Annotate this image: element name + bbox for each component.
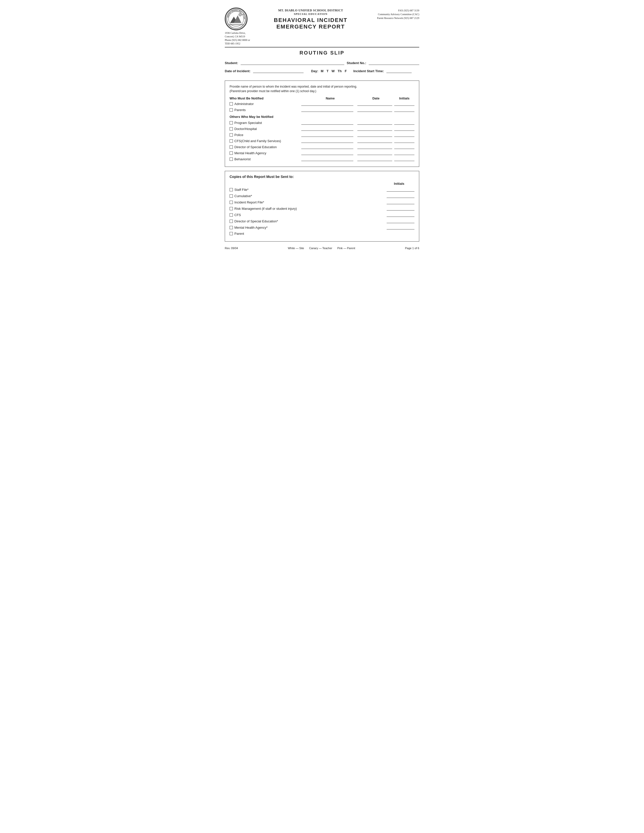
name-administrator[interactable] [301,102,354,106]
copies-row-staff-file: Staff File* [230,188,414,191]
day-W: W [332,69,335,73]
checkbox-staff-file[interactable] [230,188,233,191]
checkbox-risk-management[interactable] [230,207,233,210]
checkbox-parent[interactable] [230,232,233,235]
label-police: Police [234,133,243,137]
name-behaviorist[interactable] [301,157,354,161]
student-no-line[interactable] [369,60,419,65]
label-director-sped: Director of Special Education* [234,219,278,223]
notif-row-cfs: CFS(Child and Family Services) [230,139,414,143]
label-administrator: Administrator [234,102,254,106]
footer-copy-colors: White — Site Canary — Teacher Pink — Par… [288,247,355,250]
address-line2: Phone (925) 682 8000 or TDD 685-1952 [225,39,253,45]
name-director[interactable] [301,145,354,149]
date-of-incident-line[interactable] [253,68,304,73]
day-Th: Th [338,69,342,73]
init-risk-management[interactable] [386,206,414,211]
init-incident-report[interactable] [386,200,414,204]
label-parent: Parent [234,232,244,235]
day-F: F [345,69,347,73]
date-behaviorist[interactable] [357,157,392,161]
init-cfs[interactable] [394,139,414,143]
checkbox-copies-cfs[interactable] [230,213,233,217]
date-mental-health[interactable] [357,151,392,155]
main-title-line2: EMERGENCY REPORT [253,24,369,30]
footer-canary: Canary — Teacher [309,247,332,250]
init-mental-health-agency[interactable] [386,225,414,230]
cac-label: Community Advisory Committee (CAC) [369,12,419,16]
copies-row-cfs: CFS [230,213,414,217]
init-parents[interactable] [394,108,414,112]
init-administrator[interactable] [394,102,414,106]
date-label: Date of Incident: [225,69,251,73]
copies-row-mental-health-agency: Mental Health Agency* [230,225,414,230]
checkbox-mental-health[interactable] [230,151,233,155]
checkbox-director[interactable] [230,145,233,149]
label-risk-management: Risk Management (if staff or student inj… [234,207,297,211]
label-staff-file: Staff File* [234,188,248,191]
copies-title: Copies of this Report Must be Sent to: [230,175,414,179]
init-director-sped[interactable] [386,219,414,223]
label-director: Director of Special Education [234,145,277,149]
date-administrator[interactable] [357,102,392,106]
init-mental-health[interactable] [394,151,414,155]
checkbox-behaviorist[interactable] [230,158,233,161]
init-cumulative[interactable] [386,194,414,198]
name-police[interactable] [301,133,354,137]
notif-row-administrator: Administrator [230,102,414,106]
init-copies-cfs[interactable] [386,213,414,217]
page-header: UNIFIED SCHOOL DIST · MT. DIABLO · 1936 … [225,8,419,45]
label-copies-cfs: CFS [234,213,241,217]
copies-initials-header: Initials [230,182,414,185]
checkbox-mental-health-agency[interactable] [230,226,233,229]
label-cumulative: Cumulative* [234,194,252,198]
name-parents[interactable] [301,108,354,112]
address-area: 1936 Carlotta Drive, Concord, CA 94519 P… [225,31,253,45]
date-police[interactable] [357,133,392,137]
date-doctor[interactable] [357,127,392,131]
student-no-label: Student No.: [347,61,366,65]
date-parents[interactable] [357,108,392,112]
footer-pink: Pink — Parent [337,247,355,250]
checkbox-cfs[interactable] [230,139,233,143]
svg-point-4 [239,13,242,16]
init-police[interactable] [394,133,414,137]
copies-box: Copies of this Report Must be Sent to: I… [225,171,419,241]
notif-header-row: Who Must Be Notified Name Date Initials [230,96,414,100]
svg-text:UNIFIED SCHOOL DIST · MT. DIAB: UNIFIED SCHOOL DIST · MT. DIABLO · [226,9,245,19]
notification-box: Provide name of person to whom the incid… [225,80,419,167]
checkbox-cumulative[interactable] [230,195,233,198]
copies-row-risk-management: Risk Management (if staff or student inj… [230,206,414,211]
checkbox-doctor[interactable] [230,127,233,130]
checkbox-incident-report[interactable] [230,201,233,204]
date-cfs[interactable] [357,139,392,143]
notif-row-doctor: Doctor/Hospital [230,127,414,131]
init-director[interactable] [394,145,414,149]
day-options: M T W Th F [321,69,347,73]
page-footer: Rev. 09/04 White — Site Canary — Teacher… [225,247,419,250]
footer-dash-1: — [296,247,298,250]
init-staff-file[interactable] [386,188,414,191]
start-time-label: Incident Start Time: [353,69,384,73]
date-program-specialist[interactable] [357,121,392,125]
name-cfs[interactable] [301,139,354,143]
name-doctor[interactable] [301,127,354,131]
notif-row-program-specialist: Program Specialist [230,121,414,125]
checkbox-director-sped[interactable] [230,220,233,223]
col-init-header: Initials [394,96,414,100]
checkbox-administrator[interactable] [230,102,233,106]
init-behaviorist[interactable] [394,157,414,161]
name-program-specialist[interactable] [301,121,354,125]
district-seal: UNIFIED SCHOOL DIST · MT. DIABLO · [225,8,248,30]
notif-row-police: Police [230,133,414,137]
label-mental-health: Mental Health Agency [234,151,266,155]
name-mental-health[interactable] [301,151,354,155]
checkbox-police[interactable] [230,133,233,137]
start-time-line[interactable] [386,68,412,73]
date-director[interactable] [357,145,392,149]
checkbox-parents[interactable] [230,108,233,112]
checkbox-program-specialist[interactable] [230,121,233,124]
student-name-line[interactable] [241,60,344,65]
init-doctor[interactable] [394,127,414,131]
init-program-specialist[interactable] [394,121,414,125]
